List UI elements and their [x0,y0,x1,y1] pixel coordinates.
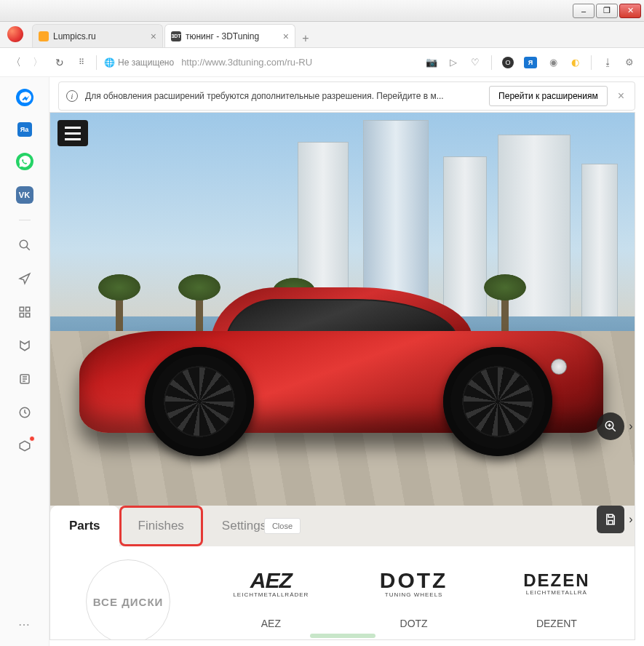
extensions-sidebar-icon[interactable] [16,437,33,455]
brand-all-circle: ВСЕ ДИСКИ [86,559,170,640]
info-icon: i [66,90,78,102]
hamburger-line-icon [65,138,81,140]
browser-sidebar: Яа VK ⋯ [0,77,49,646]
car-fuel-cap [551,359,567,375]
car-3d-scene[interactable]: 3DT + › [50,113,635,506]
zoom-button[interactable] [597,412,624,440]
notification-close-icon[interactable]: × [615,89,627,103]
brand-all-wheels[interactable]: ВСЕ ДИСКИ [60,559,196,640]
svg-rect-4 [25,314,29,317]
whatsapp-icon[interactable] [16,153,33,170]
play-icon[interactable]: ▷ [448,57,459,68]
extension-icon[interactable]: ◐ [569,57,581,68]
reload-button[interactable]: ↻ [52,55,67,70]
opera-logo-icon[interactable] [7,26,23,42]
brand-logo-text: DEZEN [523,572,589,589]
tab-close-icon[interactable]: × [151,31,156,42]
brand-label: DOTZ [400,618,428,629]
window-minimize-button[interactable]: – [573,4,595,18]
nav-back-button[interactable]: 〈 [9,55,23,70]
security-indicator[interactable]: 🌐 Не защищено [104,57,174,68]
address-bar: 〈 〉 ↻ ⠿ 🌐 Не защищено http://www.3dtunin… [0,48,644,77]
svg-rect-2 [25,307,29,311]
window-titlebar: – ❐ ✕ [0,0,644,22]
brand-logo: AEZ LEICHTMETALLRÄDER [233,559,309,607]
hamburger-line-icon [65,127,81,129]
adblock-icon[interactable]: O [502,57,514,68]
bookmarks-sidebar-icon[interactable] [16,337,33,354]
close-panel-button[interactable]: Close [264,518,301,534]
scene-menu-button[interactable]: + [57,120,88,146]
brands-scroller[interactable]: ВСЕ ДИСКИ AEZ LEICHTMETALLRÄDER AEZ DOTZ… [50,546,635,639]
snapshot-icon[interactable]: 📷 [426,57,437,68]
downloads-icon[interactable]: ⭳ [602,57,613,68]
notification-text: Для обновления расширений требуются допо… [85,91,482,101]
browser-tabstrip: Lumpics.ru × 3DT тюнинг - 3DTuning × + [0,22,644,48]
tab-close-icon[interactable]: × [283,31,289,42]
svg-point-0 [20,240,28,248]
brand-logo-subtext: LEICHTMETALLRÄ [526,589,587,596]
brand-logo-subtext: LEICHTMETALLRÄDER [233,591,309,598]
car-wheel-front [145,347,254,456]
translate-icon[interactable]: Я [524,57,537,68]
brand-logo: DEZEN LEICHTMETALLRÄ [523,559,589,607]
heart-icon[interactable]: ♡ [469,57,481,68]
car-model[interactable]: 3DT [79,287,603,462]
sidebar-more-icon[interactable]: ⋯ [18,618,31,631]
page-content: 3DT + › Parts Finishes Settings Close › … [49,112,635,640]
favicon-icon [39,31,49,41]
tab-parts[interactable]: Parts [50,506,119,546]
hamburger-line-icon [65,132,81,135]
brand-logo-text: DOTZ [380,570,448,591]
tab-finishes[interactable]: Finishes [119,506,203,546]
go-to-extensions-button[interactable]: Перейти к расширениям [489,86,608,106]
brand-label: DEZENT [536,618,577,629]
tab-3dtuning[interactable]: 3DT тюнинг - 3DTuning × [164,24,295,47]
brand-logo-text: AEZ [250,570,292,591]
nav-forward-button[interactable]: 〉 [31,55,45,70]
separator [591,55,592,70]
messenger-icon[interactable] [16,89,33,106]
window-maximize-button[interactable]: ❐ [596,4,618,18]
notification-dot-icon [29,436,35,442]
svg-rect-3 [20,314,23,317]
security-label: Не защищено [118,57,174,68]
brand-dotz[interactable]: DOTZ TUNING WHEELS DOTZ [346,559,482,629]
window-close-button[interactable]: ✕ [619,4,641,18]
car-wheel-rear [443,347,552,456]
tab-title: тюнинг - 3DTuning [186,31,279,41]
save-button[interactable] [597,506,624,533]
history-sidebar-icon[interactable] [16,404,33,421]
send-sidebar-icon[interactable] [16,270,33,287]
brand-aez[interactable]: AEZ LEICHTMETALLRÄDER AEZ [203,559,338,629]
tab-lumpics[interactable]: Lumpics.ru × [32,24,163,47]
favicon-icon: 3DT [171,31,181,41]
zoom-expand-icon[interactable]: › [626,420,635,433]
easy-setup-icon[interactable]: ⚙ [624,57,635,68]
extension-notification-bar: i Для обновления расширений требуются до… [58,81,635,111]
brand-logo: DOTZ TUNING WHEELS [380,559,448,607]
separator [491,55,492,70]
news-sidebar-icon[interactable] [16,370,33,388]
speed-dial-sidebar-icon[interactable] [16,303,33,321]
separator [19,220,31,220]
tab-title: Lumpics.ru [53,31,146,41]
search-sidebar-icon[interactable] [16,236,33,254]
extension-icon[interactable]: ◉ [547,57,559,68]
translate-sidebar-icon[interactable]: Яа [17,122,32,137]
url-text[interactable]: http://www.3dtuning.com/ru-RU [181,57,312,68]
brand-dezent[interactable]: DEZEN LEICHTMETALLRÄ DEZENT [489,559,624,629]
separator [96,55,97,70]
globe-icon: 🌐 [104,57,115,68]
brand-logo-subtext: TUNING WHEELS [385,591,443,598]
scroll-indicator[interactable] [310,634,375,638]
svg-rect-1 [20,307,23,311]
tuning-tab-bar: Parts Finishes Settings Close › [50,506,635,546]
vk-icon[interactable]: VK [16,186,33,204]
new-tab-button[interactable]: + [297,30,314,47]
brand-label: AEZ [261,618,281,629]
save-expand-icon[interactable]: › [626,513,635,526]
speed-dial-button[interactable]: ⠿ [74,55,89,70]
